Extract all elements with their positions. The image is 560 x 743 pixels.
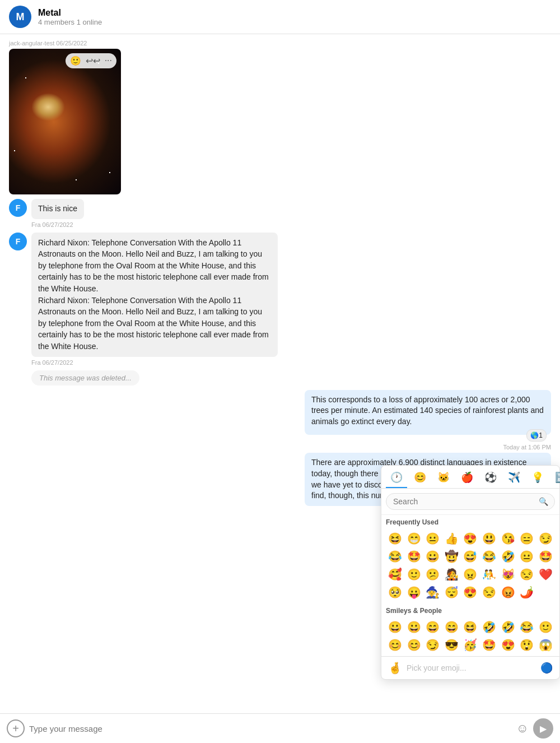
emoji-item[interactable]: 😂: [517, 618, 536, 636]
emoji-footer-icon: 🤞: [388, 661, 402, 675]
message-input[interactable]: [29, 724, 512, 733]
reaction-badge[interactable]: 🌎1: [526, 429, 547, 442]
emoji-search-input[interactable]: [386, 493, 555, 510]
emoji-item[interactable]: 😐: [517, 547, 536, 565]
emoji-react-icon[interactable]: 🙂: [70, 55, 81, 66]
emoji-item[interactable]: 🥳: [461, 636, 480, 654]
img-bubble-wrap: 🙂 ↩↩ ···: [9, 49, 121, 194]
bubble-text-long: Richard Nixon: Telephone Conversation Wi…: [38, 238, 269, 351]
emoji-item[interactable]: 🤠: [442, 547, 461, 565]
emoji-item[interactable]: 🙂: [536, 618, 555, 636]
fra-avatar: F: [9, 199, 27, 217]
emoji-skin-tone[interactable]: 🔵: [540, 662, 553, 674]
bubble-text-right-1: This corresponds to a loss of approximat…: [311, 395, 544, 426]
emoji-item[interactable]: 🤩: [405, 547, 424, 565]
emoji-item[interactable]: 😁: [405, 530, 424, 547]
msg-row-nice: F This is nice: [9, 199, 551, 219]
avatar-letter: M: [16, 11, 25, 23]
emoji-item[interactable]: 😒: [517, 565, 536, 583]
emoji-tab-recent[interactable]: 🕐: [386, 468, 407, 488]
group-meta: 4 members 1 online: [38, 18, 102, 26]
add-attachment-button[interactable]: +: [7, 719, 25, 737]
image-actions[interactable]: 🙂 ↩↩ ···: [66, 53, 116, 68]
emoji-item[interactable]: 🤣: [498, 547, 517, 565]
emoji-search-area: 🔍: [381, 489, 559, 515]
emoji-item[interactable]: 😎: [442, 636, 461, 654]
msg-group-long: F Richard Nixon: Telephone Conversation …: [9, 233, 551, 366]
emoji-item[interactable]: 😘: [498, 530, 517, 547]
emoji-tab-animals[interactable]: 🐱: [433, 468, 454, 488]
more-icon[interactable]: ···: [105, 55, 112, 66]
emoji-tab-symbols[interactable]: 🔣: [550, 468, 560, 488]
emoji-button[interactable]: ☺: [516, 721, 529, 736]
emoji-item[interactable]: 😐: [423, 530, 442, 547]
emoji-item[interactable]: 🤼: [480, 565, 499, 583]
emoji-item[interactable]: 🧙: [423, 583, 442, 601]
group-avatar: M: [9, 6, 31, 28]
emoji-item[interactable]: 😍: [461, 583, 480, 601]
emoji-item[interactable]: 🧑‍🎤: [442, 565, 461, 583]
emoji-item[interactable]: 😲: [517, 636, 536, 654]
msg-group-image: jack-angular-test 06/25/2022 🙂 ↩↩ ···: [9, 40, 551, 194]
emoji-item[interactable]: 😂: [386, 547, 405, 565]
img-msg-row: 🙂 ↩↩ ···: [9, 49, 551, 194]
emoji-item[interactable]: 😆: [386, 530, 405, 547]
emoji-item[interactable]: 🌶️: [517, 583, 536, 601]
emoji-tab-food[interactable]: 🍎: [456, 468, 478, 488]
emoji-item[interactable]: 😡: [498, 583, 517, 601]
fra-avatar-2: F: [9, 233, 27, 250]
emoji-item[interactable]: 🤩: [536, 547, 555, 565]
emoji-item[interactable]: 😊: [405, 636, 424, 654]
emoji-tab-travel[interactable]: ✈️: [503, 468, 525, 488]
emoji-item[interactable]: 😊: [386, 636, 405, 654]
emoji-item[interactable]: 😆: [461, 618, 480, 636]
emoji-scrollable[interactable]: Frequently Used 😆 😁 😐 👍 😍 😃 😘 😑 😏 😂 🤩 😀 …: [381, 515, 559, 656]
reply-icon[interactable]: ↩↩: [86, 55, 100, 66]
bubble-right-1: This corresponds to a loss of approximat…: [305, 390, 551, 435]
emoji-item[interactable]: 😄: [423, 618, 442, 636]
section-title-frequent: Frequently Used: [381, 515, 559, 527]
group-name: Metal: [38, 8, 102, 18]
emoji-item[interactable]: 🤣: [498, 618, 517, 636]
emoji-item[interactable]: 🥰: [386, 565, 405, 583]
right-msg-row-1: This corresponds to a loss of approximat…: [9, 390, 551, 435]
emoji-item[interactable]: 🥺: [386, 583, 405, 601]
emoji-item[interactable]: 😑: [517, 530, 536, 547]
emoji-item[interactable]: 😍: [461, 530, 480, 547]
emoji-item[interactable]: 😴: [442, 583, 461, 601]
emoji-item[interactable]: 😏: [423, 636, 442, 654]
image-bubble: [9, 49, 121, 194]
chat-header: M Metal 4 members 1 online: [0, 0, 560, 34]
emoji-tab-bar: 🕐 😊 🐱 🍎 ⚽ ✈️ 💡 🔣 🚩: [381, 466, 559, 489]
emoji-item[interactable]: ❤️: [536, 565, 555, 583]
emoji-tab-smileys[interactable]: 😊: [409, 468, 431, 488]
emoji-item[interactable]: 🙂: [405, 565, 424, 583]
send-icon: ▶: [540, 723, 547, 734]
emoji-footer-placeholder: Pick your emoji...: [407, 663, 536, 672]
emoji-item[interactable]: 😂: [480, 547, 499, 565]
emoji-item[interactable]: 🤣: [480, 618, 499, 636]
emoji-item[interactable]: 😻: [498, 565, 517, 583]
emoji-tab-objects[interactable]: 💡: [527, 468, 548, 488]
emoji-item[interactable]: 🤩: [480, 636, 499, 654]
emoji-item[interactable]: 😛: [405, 583, 424, 601]
emoji-item[interactable]: 😱: [536, 636, 555, 654]
emoji-item[interactable]: 😃: [480, 530, 499, 547]
emoji-item[interactable]: 😀: [386, 618, 405, 636]
emoji-item[interactable]: 😠: [461, 565, 480, 583]
emoji-item[interactable]: 👍: [442, 530, 461, 547]
bubble-nice: This is nice: [31, 199, 84, 219]
msg-timestamp: Today at 1:06 PM: [9, 444, 551, 451]
emoji-item[interactable]: 😄: [442, 618, 461, 636]
emoji-tab-activities[interactable]: ⚽: [480, 468, 501, 488]
emoji-item[interactable]: 😒: [480, 583, 499, 601]
emoji-item[interactable]: 😏: [536, 530, 555, 547]
emoji-item[interactable]: 😍: [498, 636, 517, 654]
deleted-msg: This message was deleted...: [31, 370, 139, 386]
emoji-item[interactable]: 😅: [461, 547, 480, 565]
emoji-item[interactable]: 😀: [423, 547, 442, 565]
emoji-item[interactable]: 😕: [423, 565, 442, 583]
send-button[interactable]: ▶: [533, 718, 553, 739]
emoji-grid-smileys: 😀 😀 😄 😄 😆 🤣 🤣 😂 🙂 😊 😊 😏 😎 🥳 🤩 😍 😲 😱: [381, 616, 559, 656]
emoji-item[interactable]: 😀: [405, 618, 424, 636]
